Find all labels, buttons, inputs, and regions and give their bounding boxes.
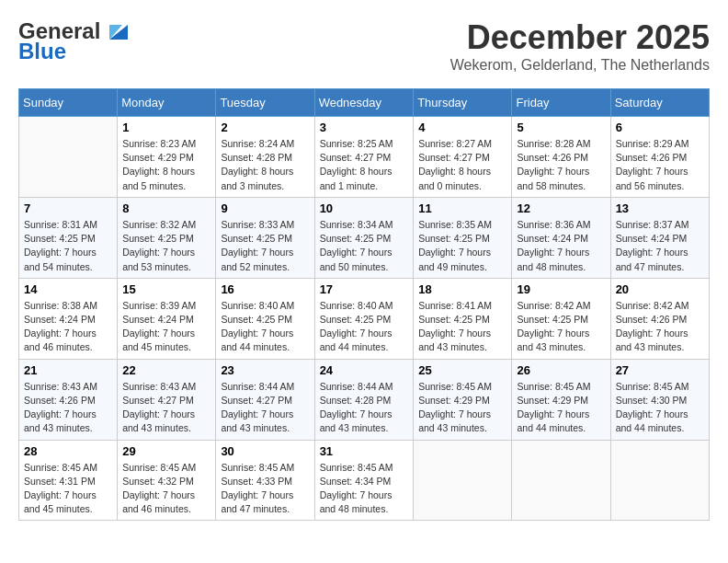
- day-info: Sunrise: 8:32 AMSunset: 4:25 PMDaylight:…: [122, 218, 210, 274]
- day-info: Sunrise: 8:37 AMSunset: 4:24 PMDaylight:…: [616, 218, 704, 274]
- day-info: Sunrise: 8:43 AMSunset: 4:26 PMDaylight:…: [24, 380, 112, 436]
- day-number: 21: [24, 363, 112, 377]
- day-info: Sunrise: 8:31 AMSunset: 4:25 PMDaylight:…: [24, 218, 112, 274]
- calendar-week-row: 14Sunrise: 8:38 AMSunset: 4:24 PMDayligh…: [19, 278, 710, 359]
- calendar-cell: 24Sunrise: 8:44 AMSunset: 4:28 PMDayligh…: [314, 359, 414, 440]
- day-number: 7: [24, 201, 112, 215]
- day-number: 23: [221, 363, 309, 377]
- day-number: 19: [517, 282, 605, 296]
- calendar-cell: 21Sunrise: 8:43 AMSunset: 4:26 PMDayligh…: [19, 359, 118, 440]
- day-info: Sunrise: 8:45 AMSunset: 4:30 PMDaylight:…: [616, 380, 704, 436]
- day-info: Sunrise: 8:45 AMSunset: 4:29 PMDaylight:…: [517, 380, 605, 436]
- day-info: Sunrise: 8:44 AMSunset: 4:27 PMDaylight:…: [221, 380, 309, 436]
- day-number: 27: [616, 363, 704, 377]
- calendar-cell: 30Sunrise: 8:45 AMSunset: 4:33 PMDayligh…: [216, 440, 314, 521]
- calendar-cell: 12Sunrise: 8:36 AMSunset: 4:24 PMDayligh…: [512, 197, 610, 278]
- calendar-cell: 6Sunrise: 8:29 AMSunset: 4:26 PMDaylight…: [610, 117, 709, 198]
- calendar-week-row: 21Sunrise: 8:43 AMSunset: 4:26 PMDayligh…: [19, 359, 710, 440]
- day-number: 20: [616, 282, 704, 296]
- calendar-cell: 15Sunrise: 8:39 AMSunset: 4:24 PMDayligh…: [118, 278, 216, 359]
- day-info: Sunrise: 8:45 AMSunset: 4:31 PMDaylight:…: [24, 461, 112, 517]
- day-info: Sunrise: 8:44 AMSunset: 4:28 PMDaylight:…: [320, 380, 409, 436]
- calendar-cell: 17Sunrise: 8:40 AMSunset: 4:25 PMDayligh…: [314, 278, 414, 359]
- day-info: Sunrise: 8:25 AMSunset: 4:27 PMDaylight:…: [320, 137, 409, 193]
- day-number: 4: [418, 121, 506, 134]
- calendar-cell: 18Sunrise: 8:41 AMSunset: 4:25 PMDayligh…: [414, 278, 512, 359]
- day-info: Sunrise: 8:45 AMSunset: 4:34 PMDaylight:…: [320, 461, 409, 517]
- calendar-cell: 14Sunrise: 8:38 AMSunset: 4:24 PMDayligh…: [19, 278, 118, 359]
- calendar-cell: 9Sunrise: 8:33 AMSunset: 4:25 PMDaylight…: [216, 197, 314, 278]
- day-number: 15: [122, 282, 210, 296]
- day-number: 3: [320, 121, 409, 134]
- day-info: Sunrise: 8:39 AMSunset: 4:24 PMDaylight:…: [122, 299, 210, 355]
- calendar-week-row: 28Sunrise: 8:45 AMSunset: 4:31 PMDayligh…: [19, 440, 710, 521]
- calendar-cell: 7Sunrise: 8:31 AMSunset: 4:25 PMDaylight…: [19, 197, 118, 278]
- calendar-cell: 22Sunrise: 8:43 AMSunset: 4:27 PMDayligh…: [118, 359, 216, 440]
- day-number: 29: [122, 444, 210, 458]
- day-number: 26: [517, 363, 605, 377]
- calendar-cell: [414, 440, 512, 521]
- day-info: Sunrise: 8:28 AMSunset: 4:26 PMDaylight:…: [517, 137, 605, 193]
- month-title: December 2025: [450, 18, 710, 57]
- day-number: 1: [122, 121, 210, 134]
- day-info: Sunrise: 8:40 AMSunset: 4:25 PMDaylight:…: [320, 299, 409, 355]
- day-number: 17: [320, 282, 409, 296]
- day-number: 24: [320, 363, 409, 377]
- calendar-cell: 5Sunrise: 8:28 AMSunset: 4:26 PMDaylight…: [512, 117, 610, 198]
- day-number: 12: [517, 201, 605, 215]
- day-number: 31: [320, 444, 409, 458]
- calendar-cell: [512, 440, 610, 521]
- day-number: 28: [24, 444, 112, 458]
- calendar-cell: 8Sunrise: 8:32 AMSunset: 4:25 PMDaylight…: [118, 197, 216, 278]
- col-header-thursday: Thursday: [414, 89, 512, 117]
- day-number: 14: [24, 282, 112, 296]
- day-info: Sunrise: 8:45 AMSunset: 4:33 PMDaylight:…: [221, 461, 309, 517]
- day-number: 10: [320, 201, 409, 215]
- calendar-cell: 29Sunrise: 8:45 AMSunset: 4:32 PMDayligh…: [118, 440, 216, 521]
- day-info: Sunrise: 8:45 AMSunset: 4:29 PMDaylight:…: [418, 380, 506, 436]
- day-number: 6: [616, 121, 704, 134]
- calendar-cell: 20Sunrise: 8:42 AMSunset: 4:26 PMDayligh…: [610, 278, 709, 359]
- calendar-cell: 25Sunrise: 8:45 AMSunset: 4:29 PMDayligh…: [414, 359, 512, 440]
- day-number: 9: [221, 201, 309, 215]
- calendar-cell: 4Sunrise: 8:27 AMSunset: 4:27 PMDaylight…: [414, 117, 512, 198]
- calendar-cell: 31Sunrise: 8:45 AMSunset: 4:34 PMDayligh…: [314, 440, 414, 521]
- col-header-sunday: Sunday: [19, 89, 118, 117]
- title-block: December 2025 Wekerom, Gelderland, The N…: [450, 18, 710, 74]
- day-info: Sunrise: 8:33 AMSunset: 4:25 PMDaylight:…: [221, 218, 309, 274]
- calendar-cell: 19Sunrise: 8:42 AMSunset: 4:25 PMDayligh…: [512, 278, 610, 359]
- col-header-friday: Friday: [512, 89, 610, 117]
- calendar-cell: 26Sunrise: 8:45 AMSunset: 4:29 PMDayligh…: [512, 359, 610, 440]
- day-number: 22: [122, 363, 210, 377]
- calendar-cell: 16Sunrise: 8:40 AMSunset: 4:25 PMDayligh…: [216, 278, 314, 359]
- day-info: Sunrise: 8:36 AMSunset: 4:24 PMDaylight:…: [517, 218, 605, 274]
- calendar-week-row: 1Sunrise: 8:23 AMSunset: 4:29 PMDaylight…: [19, 117, 710, 198]
- calendar-cell: [19, 117, 118, 198]
- day-number: 2: [221, 121, 309, 134]
- day-info: Sunrise: 8:24 AMSunset: 4:28 PMDaylight:…: [221, 137, 309, 193]
- col-header-wednesday: Wednesday: [314, 89, 414, 117]
- day-info: Sunrise: 8:35 AMSunset: 4:25 PMDaylight:…: [418, 218, 506, 274]
- day-info: Sunrise: 8:42 AMSunset: 4:25 PMDaylight:…: [517, 299, 605, 355]
- calendar-cell: 28Sunrise: 8:45 AMSunset: 4:31 PMDayligh…: [19, 440, 118, 521]
- calendar-header-row: SundayMondayTuesdayWednesdayThursdayFrid…: [19, 89, 710, 117]
- day-number: 18: [418, 282, 506, 296]
- page-header: General Blue December 2025 Wekerom, Geld…: [18, 18, 710, 74]
- day-info: Sunrise: 8:23 AMSunset: 4:29 PMDaylight:…: [122, 137, 210, 193]
- day-info: Sunrise: 8:41 AMSunset: 4:25 PMDaylight:…: [418, 299, 506, 355]
- calendar-cell: 23Sunrise: 8:44 AMSunset: 4:27 PMDayligh…: [216, 359, 314, 440]
- day-number: 30: [221, 444, 309, 458]
- calendar-cell: 11Sunrise: 8:35 AMSunset: 4:25 PMDayligh…: [414, 197, 512, 278]
- day-info: Sunrise: 8:42 AMSunset: 4:26 PMDaylight:…: [616, 299, 704, 355]
- logo-blue: Blue: [18, 39, 66, 64]
- calendar-cell: 1Sunrise: 8:23 AMSunset: 4:29 PMDaylight…: [118, 117, 216, 198]
- calendar-cell: 27Sunrise: 8:45 AMSunset: 4:30 PMDayligh…: [610, 359, 709, 440]
- day-info: Sunrise: 8:34 AMSunset: 4:25 PMDaylight:…: [320, 218, 409, 274]
- calendar-cell: 13Sunrise: 8:37 AMSunset: 4:24 PMDayligh…: [610, 197, 709, 278]
- logo-icon: [102, 21, 130, 41]
- calendar-cell: [610, 440, 709, 521]
- day-number: 16: [221, 282, 309, 296]
- col-header-monday: Monday: [118, 89, 216, 117]
- day-info: Sunrise: 8:29 AMSunset: 4:26 PMDaylight:…: [616, 137, 704, 193]
- day-info: Sunrise: 8:27 AMSunset: 4:27 PMDaylight:…: [418, 137, 506, 193]
